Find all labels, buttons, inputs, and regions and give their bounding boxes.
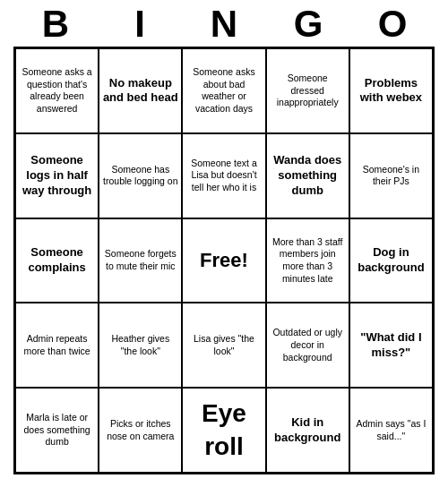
cell-22[interactable]: Eye roll: [182, 388, 265, 473]
cell-21[interactable]: Picks or itches nose on camera: [99, 388, 182, 473]
cell-11[interactable]: Someone forgets to mute their mic: [99, 218, 182, 303]
cell-2[interactable]: Someone asks about bad weather or vacati…: [182, 48, 265, 133]
cell-8[interactable]: Wanda does something dumb: [266, 133, 349, 218]
bingo-grid: Someone asks a question that's already b…: [13, 47, 435, 474]
cell-23[interactable]: Kid in background: [266, 388, 349, 473]
cell-16[interactable]: Heather gives "the look": [99, 303, 182, 388]
letter-b: B: [21, 5, 90, 43]
bingo-title: B I N G O: [13, 0, 435, 47]
letter-n: N: [189, 5, 259, 43]
letter-i: I: [105, 5, 175, 43]
cell-13[interactable]: More than 3 staff members join more than…: [266, 218, 349, 303]
cell-9[interactable]: Someone's in their PJs: [349, 133, 433, 218]
cell-1[interactable]: No makeup and bed head: [99, 48, 182, 133]
cell-18[interactable]: Outdated or ugly decor in background: [266, 303, 349, 388]
cell-6[interactable]: Someone has trouble logging on: [99, 133, 182, 218]
cell-17[interactable]: Lisa gives "the look": [182, 303, 265, 388]
cell-5[interactable]: Someone logs in half way through: [15, 133, 99, 218]
cell-3[interactable]: Someone dressed inappropriately: [266, 48, 349, 133]
cell-0[interactable]: Someone asks a question that's already b…: [15, 48, 99, 133]
cell-4[interactable]: Problems with webex: [349, 48, 433, 133]
cell-15[interactable]: Admin repeats more than twice: [15, 303, 99, 388]
cell-24[interactable]: Admin says "as I said...": [349, 388, 433, 473]
cell-14[interactable]: Dog in background: [349, 218, 433, 303]
cell-10[interactable]: Someone complains: [15, 218, 99, 303]
cell-19[interactable]: "What did I miss?": [349, 303, 433, 388]
cell-12-free[interactable]: Free!: [182, 218, 265, 303]
cell-20[interactable]: Marla is late or does something dumb: [15, 388, 99, 473]
cell-7[interactable]: Someone text a Lisa but doesn't tell her…: [182, 133, 265, 218]
letter-g: G: [273, 5, 343, 43]
letter-o: O: [358, 5, 427, 43]
